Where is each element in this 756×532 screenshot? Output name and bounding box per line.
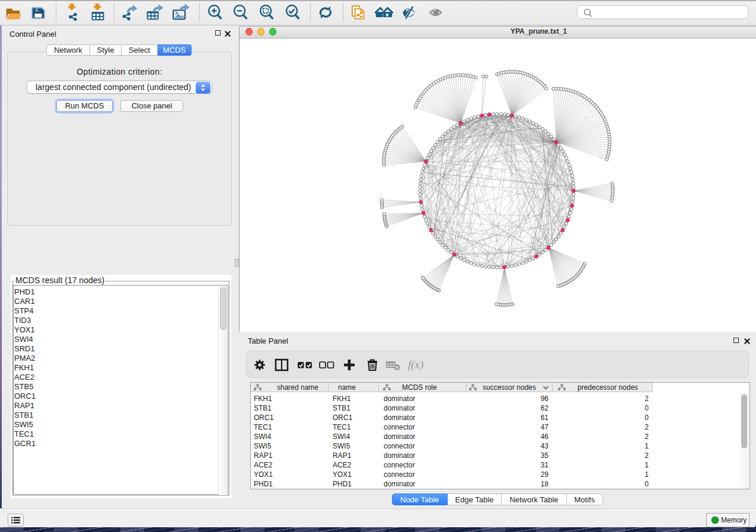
svg-text:f(x): f(x) xyxy=(408,358,423,371)
